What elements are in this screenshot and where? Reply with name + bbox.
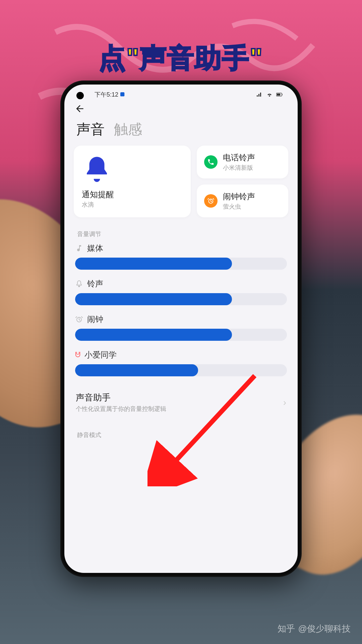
bell-icon [82, 154, 112, 184]
list-item-title: 声音助手 [76, 392, 166, 404]
back-button[interactable] [64, 101, 298, 117]
slider-alarm: 闹钟 [75, 314, 287, 341]
slider-track[interactable] [75, 293, 287, 305]
slider-fill [75, 293, 232, 305]
slider-media: 媒体 [75, 243, 287, 270]
slider-label-text: 闹钟 [87, 314, 103, 325]
card-title: 闹钟铃声 [223, 191, 255, 202]
card-subtitle: 小米清新版 [223, 164, 255, 172]
signal-icon [256, 92, 263, 97]
alarm-outline-icon [75, 315, 83, 323]
svg-rect-3 [277, 94, 281, 96]
section-header-mute: 静音模式 [64, 428, 298, 444]
alarm-clock-icon [207, 197, 215, 205]
slider-fill [75, 364, 198, 376]
sound-assistant-item[interactable]: 声音助手 个性化设置属于你的音量控制逻辑 › [64, 385, 298, 418]
music-note-icon [75, 244, 83, 252]
status-time: 下午5:12 [95, 91, 118, 99]
slider-label-text: 媒体 [87, 243, 103, 254]
slider-xiaoai: ᕰ 小爱同学 [75, 350, 287, 376]
bell-outline-icon [75, 280, 83, 288]
tab-touch[interactable]: 触感 [114, 120, 142, 139]
status-indicator-icon [120, 92, 125, 97]
slider-fill [75, 329, 232, 341]
camera-punch-hole [76, 92, 84, 99]
slider-track[interactable] [75, 364, 287, 376]
slider-track[interactable] [75, 329, 287, 341]
phone-frame: 下午5:12 声音 触感 通知提醒 水滴 [60, 80, 302, 577]
card-subtitle: 水滴 [82, 201, 183, 209]
svg-rect-0 [120, 92, 124, 96]
volume-sliders: 媒体 铃声 闹钟 [64, 243, 298, 376]
card-phone-ringtone[interactable]: 电话铃声 小米清新版 [197, 146, 288, 178]
xiaoai-logo-icon: ᕰ [75, 351, 80, 359]
list-item-subtitle: 个性化设置属于你的音量控制逻辑 [76, 405, 166, 413]
watermark-site: 知乎 [278, 623, 295, 635]
tab-sound[interactable]: 声音 [76, 120, 105, 139]
section-header-volume: 音量调节 [64, 227, 298, 243]
card-notification-sound[interactable]: 通知提醒 水滴 [74, 146, 191, 217]
page-tabs: 声音 触感 [64, 117, 298, 146]
phone-screen: 下午5:12 声音 触感 通知提醒 水滴 [64, 85, 298, 573]
arrow-left-icon [74, 103, 85, 114]
status-bar: 下午5:12 [64, 85, 298, 101]
watermark: 知乎 @俊少聊科技 [278, 623, 351, 635]
card-alarm-ringtone[interactable]: 闹钟铃声 萤火虫 [197, 184, 288, 217]
phone-icon [207, 158, 215, 166]
card-title: 电话铃声 [223, 152, 255, 163]
slider-label-text: 小爱同学 [84, 350, 117, 360]
watermark-author: @俊少聊科技 [298, 623, 351, 635]
sound-cards-row: 通知提醒 水滴 电话铃声 小米清新版 [64, 146, 298, 217]
slider-track[interactable] [75, 258, 287, 270]
svg-rect-2 [282, 94, 283, 96]
wifi-icon [266, 92, 273, 97]
slider-fill [75, 258, 232, 270]
battery-icon [276, 92, 283, 97]
slider-label-text: 铃声 [87, 278, 103, 289]
card-subtitle: 萤火虫 [223, 203, 255, 211]
card-title: 通知提醒 [82, 189, 183, 200]
instruction-caption: 点"声音助手" [99, 40, 263, 76]
slider-ringtone: 铃声 [75, 278, 287, 305]
chevron-right-icon: › [283, 397, 286, 408]
